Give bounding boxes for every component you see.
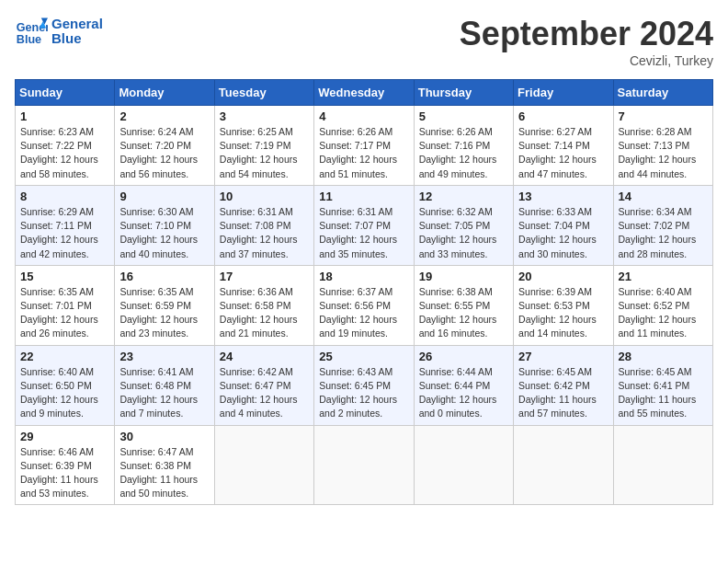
calendar-cell <box>514 425 613 505</box>
calendar-cell: 7Sunrise: 6:28 AMSunset: 7:13 PMDaylight… <box>613 106 712 186</box>
calendar-cell: 19Sunrise: 6:38 AMSunset: 6:55 PMDayligh… <box>414 265 513 345</box>
day-number: 17 <box>220 270 309 283</box>
day-number: 23 <box>119 350 209 363</box>
calendar-week-row: 22Sunrise: 6:40 AMSunset: 6:50 PMDayligh… <box>16 345 713 425</box>
calendar-cell <box>214 425 313 505</box>
calendar-cell: 13Sunrise: 6:33 AMSunset: 7:04 PMDayligh… <box>514 185 613 265</box>
calendar-cell: 24Sunrise: 6:42 AMSunset: 6:47 PMDayligh… <box>214 345 313 425</box>
calendar-cell: 14Sunrise: 6:34 AMSunset: 7:02 PMDayligh… <box>613 185 712 265</box>
calendar-cell: 9Sunrise: 6:30 AMSunset: 7:10 PMDaylight… <box>115 185 214 265</box>
weekday-header-thursday: Thursday <box>414 80 513 106</box>
calendar-cell: 4Sunrise: 6:26 AMSunset: 7:17 PMDaylight… <box>314 106 414 186</box>
day-info: Sunrise: 6:41 AMSunset: 6:48 PMDaylight:… <box>119 365 209 421</box>
day-info: Sunrise: 6:40 AMSunset: 6:52 PMDaylight:… <box>619 285 708 341</box>
day-info: Sunrise: 6:26 AMSunset: 7:17 PMDaylight:… <box>319 125 408 181</box>
calendar-cell: 10Sunrise: 6:31 AMSunset: 7:08 PMDayligh… <box>214 185 313 265</box>
calendar-table: SundayMondayTuesdayWednesdayThursdayFrid… <box>15 79 713 505</box>
day-number: 6 <box>518 109 608 123</box>
calendar-cell: 12Sunrise: 6:32 AMSunset: 7:05 PMDayligh… <box>414 185 513 265</box>
day-info: Sunrise: 6:45 AMSunset: 6:41 PMDaylight:… <box>619 365 708 421</box>
day-number: 18 <box>319 270 408 283</box>
day-info: Sunrise: 6:32 AMSunset: 7:05 PMDaylight:… <box>419 205 508 261</box>
calendar-cell: 6Sunrise: 6:27 AMSunset: 7:14 PMDaylight… <box>514 106 613 186</box>
weekday-header-saturday: Saturday <box>613 80 712 106</box>
calendar-cell: 17Sunrise: 6:36 AMSunset: 6:58 PMDayligh… <box>214 265 313 345</box>
calendar-week-row: 8Sunrise: 6:29 AMSunset: 7:11 PMDaylight… <box>16 185 713 265</box>
calendar-week-row: 29Sunrise: 6:46 AMSunset: 6:39 PMDayligh… <box>16 425 713 505</box>
day-info: Sunrise: 6:28 AMSunset: 7:13 PMDaylight:… <box>619 125 708 181</box>
day-number: 13 <box>518 190 608 203</box>
calendar-week-row: 1Sunrise: 6:23 AMSunset: 7:22 PMDaylight… <box>16 106 713 186</box>
day-info: Sunrise: 6:40 AMSunset: 6:50 PMDaylight:… <box>20 365 109 421</box>
day-number: 5 <box>419 109 508 123</box>
day-number: 28 <box>619 350 708 363</box>
day-number: 2 <box>119 109 209 123</box>
title-area: September 2024 Cevizli, Turkey <box>460 15 713 68</box>
day-info: Sunrise: 6:26 AMSunset: 7:16 PMDaylight:… <box>419 125 508 181</box>
day-info: Sunrise: 6:27 AMSunset: 7:14 PMDaylight:… <box>518 125 608 181</box>
day-number: 9 <box>119 190 209 203</box>
day-info: Sunrise: 6:33 AMSunset: 7:04 PMDaylight:… <box>518 205 608 261</box>
day-number: 25 <box>319 350 408 363</box>
day-number: 21 <box>619 270 708 283</box>
month-title: September 2024 <box>460 15 713 53</box>
day-info: Sunrise: 6:23 AMSunset: 7:22 PMDaylight:… <box>20 125 109 181</box>
day-info: Sunrise: 6:30 AMSunset: 7:10 PMDaylight:… <box>119 205 209 261</box>
calendar-cell: 27Sunrise: 6:45 AMSunset: 6:42 PMDayligh… <box>514 345 613 425</box>
logo-line2: Blue <box>51 31 103 47</box>
calendar-cell: 8Sunrise: 6:29 AMSunset: 7:11 PMDaylight… <box>16 185 115 265</box>
calendar-cell: 23Sunrise: 6:41 AMSunset: 6:48 PMDayligh… <box>115 345 214 425</box>
day-info: Sunrise: 6:29 AMSunset: 7:11 PMDaylight:… <box>20 205 109 261</box>
day-number: 22 <box>20 350 109 363</box>
calendar-cell: 11Sunrise: 6:31 AMSunset: 7:07 PMDayligh… <box>314 185 414 265</box>
day-info: Sunrise: 6:45 AMSunset: 6:42 PMDaylight:… <box>518 365 608 421</box>
calendar-week-row: 15Sunrise: 6:35 AMSunset: 7:01 PMDayligh… <box>16 265 713 345</box>
day-info: Sunrise: 6:39 AMSunset: 6:53 PMDaylight:… <box>518 285 608 341</box>
calendar-cell: 3Sunrise: 6:25 AMSunset: 7:19 PMDaylight… <box>214 106 313 186</box>
day-number: 3 <box>220 109 309 123</box>
calendar-cell: 1Sunrise: 6:23 AMSunset: 7:22 PMDaylight… <box>16 106 115 186</box>
day-info: Sunrise: 6:35 AMSunset: 6:59 PMDaylight:… <box>119 285 209 341</box>
day-info: Sunrise: 6:37 AMSunset: 6:56 PMDaylight:… <box>319 285 408 341</box>
day-info: Sunrise: 6:35 AMSunset: 7:01 PMDaylight:… <box>20 285 109 341</box>
weekday-header-friday: Friday <box>514 80 613 106</box>
day-info: Sunrise: 6:44 AMSunset: 6:44 PMDaylight:… <box>419 365 508 421</box>
day-info: Sunrise: 6:25 AMSunset: 7:19 PMDaylight:… <box>220 125 309 181</box>
svg-text:Blue: Blue <box>17 33 41 46</box>
logo-icon: General Blue <box>15 15 48 48</box>
calendar-cell: 26Sunrise: 6:44 AMSunset: 6:44 PMDayligh… <box>414 345 513 425</box>
day-number: 11 <box>319 190 408 203</box>
day-number: 20 <box>518 270 608 283</box>
weekday-header-monday: Monday <box>115 80 214 106</box>
location: Cevizli, Turkey <box>460 53 713 68</box>
calendar-cell: 20Sunrise: 6:39 AMSunset: 6:53 PMDayligh… <box>514 265 613 345</box>
day-info: Sunrise: 6:36 AMSunset: 6:58 PMDaylight:… <box>220 285 309 341</box>
weekday-header-sunday: Sunday <box>16 80 115 106</box>
day-info: Sunrise: 6:47 AMSunset: 6:38 PMDaylight:… <box>119 445 209 501</box>
day-number: 16 <box>119 270 209 283</box>
day-number: 14 <box>619 190 708 203</box>
day-info: Sunrise: 6:43 AMSunset: 6:45 PMDaylight:… <box>319 365 408 421</box>
calendar-cell <box>314 425 414 505</box>
day-number: 4 <box>319 109 408 123</box>
day-number: 7 <box>619 109 708 123</box>
day-number: 1 <box>20 109 109 123</box>
day-number: 19 <box>419 270 508 283</box>
day-info: Sunrise: 6:24 AMSunset: 7:20 PMDaylight:… <box>119 125 209 181</box>
day-number: 26 <box>419 350 508 363</box>
weekday-header-wednesday: Wednesday <box>314 80 414 106</box>
calendar-cell: 21Sunrise: 6:40 AMSunset: 6:52 PMDayligh… <box>613 265 712 345</box>
day-number: 8 <box>20 190 109 203</box>
page-header: General Blue General Blue September 2024… <box>15 15 713 68</box>
logo-line1: General <box>51 17 103 32</box>
day-info: Sunrise: 6:38 AMSunset: 6:55 PMDaylight:… <box>419 285 508 341</box>
day-number: 30 <box>119 430 209 443</box>
day-info: Sunrise: 6:42 AMSunset: 6:47 PMDaylight:… <box>220 365 309 421</box>
calendar-cell: 15Sunrise: 6:35 AMSunset: 7:01 PMDayligh… <box>16 265 115 345</box>
calendar-cell: 2Sunrise: 6:24 AMSunset: 7:20 PMDaylight… <box>115 106 214 186</box>
day-number: 29 <box>20 430 109 443</box>
day-number: 27 <box>518 350 608 363</box>
calendar-cell <box>414 425 513 505</box>
day-info: Sunrise: 6:46 AMSunset: 6:39 PMDaylight:… <box>20 445 109 501</box>
calendar-cell: 25Sunrise: 6:43 AMSunset: 6:45 PMDayligh… <box>314 345 414 425</box>
